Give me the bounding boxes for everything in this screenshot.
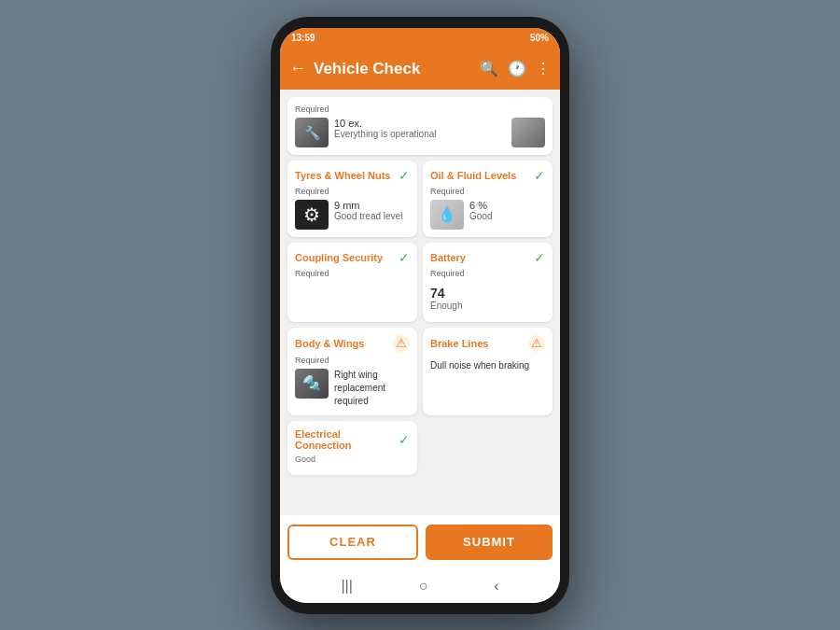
electrical-check-icon: ✓ bbox=[399, 432, 410, 447]
electrical-label: Good bbox=[295, 455, 410, 464]
card-electrical-title: Electrical Connection bbox=[295, 428, 399, 451]
partial-top-card: Required 🔧 10 ex. Everything is operatio… bbox=[287, 97, 553, 155]
card-tyres: Tyres & Wheel Nuts ✓ Required ⚙ 9 mm Goo… bbox=[287, 161, 417, 237]
card-oil-title: Oil & Fluid Levels bbox=[430, 170, 516, 181]
page-title: Vehicle Check bbox=[314, 60, 472, 78]
scroll-content: Required 🔧 10 ex. Everything is operatio… bbox=[280, 90, 560, 514]
brakes-warning-icon: ⚠ bbox=[528, 335, 545, 352]
battery-status: Enough bbox=[430, 301, 545, 311]
back-button[interactable]: ← bbox=[289, 59, 306, 78]
battery-check-icon: ✓ bbox=[534, 250, 545, 265]
engine-thumbnail: 🔧 bbox=[295, 118, 329, 147]
oil-status: Good bbox=[469, 211, 492, 221]
nav-home-icon[interactable]: ○ bbox=[419, 578, 428, 595]
partial-card-label: Required bbox=[295, 105, 545, 114]
oil-label: Required bbox=[430, 187, 545, 196]
card-brakes: Brake Lines ⚠ Dull noise when braking bbox=[423, 328, 553, 415]
oil-check-icon: ✓ bbox=[534, 168, 545, 183]
card-battery-title: Battery bbox=[430, 252, 466, 263]
phone-screen: 13:59 50% ← Vehicle Check 🔍 🕐 ⋮ Required… bbox=[280, 28, 560, 603]
wings-label: Required bbox=[295, 356, 410, 365]
coupling-check-icon: ✓ bbox=[399, 250, 410, 265]
coupling-label: Required bbox=[295, 269, 410, 278]
clear-button[interactable]: CLEAR bbox=[287, 525, 418, 560]
card-oil: Oil & Fluid Levels ✓ Required 💧 6 % Good bbox=[423, 161, 553, 237]
tyres-value: 9 mm bbox=[334, 200, 402, 211]
oil-value: 6 % bbox=[469, 200, 492, 211]
history-icon[interactable]: 🕐 bbox=[508, 60, 526, 77]
card-wings: Body & Wings ⚠ Required 🔩 Right wing rep… bbox=[287, 328, 417, 415]
nav-menu-icon[interactable]: ||| bbox=[341, 578, 352, 595]
tyres-label: Required bbox=[295, 187, 410, 196]
wings-warning-icon: ⚠ bbox=[393, 335, 410, 352]
status-battery: 50% bbox=[530, 33, 549, 43]
status-bar: 13:59 50% bbox=[280, 28, 560, 49]
bottom-buttons: CLEAR SUBMIT bbox=[280, 514, 560, 569]
search-icon[interactable]: 🔍 bbox=[480, 60, 498, 77]
card-battery: Battery ✓ Required 74 Enough bbox=[423, 243, 553, 322]
card-brakes-title: Brake Lines bbox=[430, 338, 488, 349]
submit-button[interactable]: SUBMIT bbox=[426, 525, 553, 560]
brakes-value: Dull noise when braking bbox=[430, 359, 545, 372]
wings-value: Right wing replacement required bbox=[334, 369, 410, 408]
card-coupling: Coupling Security ✓ Required bbox=[287, 243, 417, 322]
nav-back-icon[interactable]: ‹ bbox=[494, 578, 498, 595]
engine-thumbnail-2 bbox=[511, 118, 545, 147]
status-time: 13:59 bbox=[291, 33, 315, 43]
oil-thumbnail: 💧 bbox=[430, 200, 464, 230]
card-tyres-title: Tyres & Wheel Nuts bbox=[295, 170, 391, 181]
phone-frame: 13:59 50% ← Vehicle Check 🔍 🕐 ⋮ Required… bbox=[271, 17, 569, 614]
tyres-status: Good tread level bbox=[334, 211, 402, 221]
menu-icon[interactable]: ⋮ bbox=[536, 60, 551, 77]
card-wings-title: Body & Wings bbox=[295, 338, 364, 349]
top-bar: ← Vehicle Check 🔍 🕐 ⋮ bbox=[280, 49, 560, 90]
nav-bar: ||| ○ ‹ bbox=[280, 569, 560, 603]
cards-grid: Tyres & Wheel Nuts ✓ Required ⚙ 9 mm Goo… bbox=[287, 161, 553, 475]
battery-value: 74 bbox=[430, 286, 545, 301]
coupling-body bbox=[295, 282, 410, 312]
wings-thumbnail: 🔩 bbox=[295, 369, 329, 399]
card-coupling-title: Coupling Security bbox=[295, 252, 383, 263]
card-electrical: Electrical Connection ✓ Good bbox=[287, 421, 417, 475]
tyres-check-icon: ✓ bbox=[399, 168, 410, 183]
tyres-thumbnail: ⚙ bbox=[295, 200, 329, 230]
top-bar-icons: 🔍 🕐 ⋮ bbox=[480, 60, 551, 77]
battery-label: Required bbox=[430, 269, 545, 278]
